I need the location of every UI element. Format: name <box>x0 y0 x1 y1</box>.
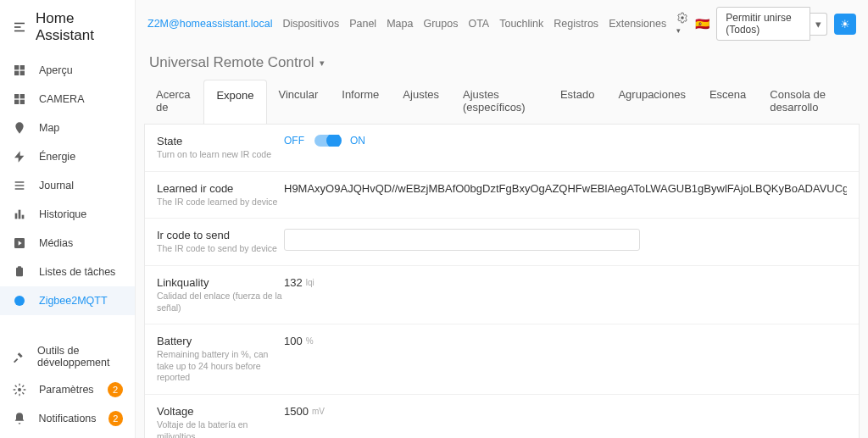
dashboard-icon <box>12 63 27 78</box>
battery-value: 100 <box>284 335 303 347</box>
svg-rect-8 <box>15 213 18 219</box>
battery-title: Battery <box>157 335 284 347</box>
sidebar-item-energie[interactable]: Énergie <box>0 142 135 171</box>
nav-dispositivos[interactable]: Dispositivos <box>282 18 339 30</box>
nav-panel[interactable]: Panel <box>349 18 376 30</box>
language-flag[interactable]: 🇪🇸 <box>695 17 709 30</box>
svg-rect-5 <box>20 94 25 98</box>
linkquality-desc: Calidad del enlace (fuerza de la señal) <box>157 291 284 313</box>
sidebar-item-zigbee2mqtt[interactable]: Zigbee2MQTT <box>0 286 135 315</box>
nav-mapa[interactable]: Mapa <box>387 18 413 30</box>
row-learned-ir: Learned ir code The IR code learned by d… <box>145 172 859 219</box>
svg-point-15 <box>18 388 21 391</box>
sidebar-item-label: Énergie <box>39 151 75 163</box>
svg-rect-9 <box>19 210 21 219</box>
sidebar-item-notifications[interactable]: Notifications 2 <box>0 404 135 433</box>
tab-estado[interactable]: Estado <box>548 80 606 124</box>
state-desc: Turn on to learn new IR code <box>157 149 284 161</box>
ir-send-input[interactable] <box>284 229 640 251</box>
sidebar-item-label: Notifications <box>38 413 96 424</box>
map-icon <box>12 120 27 136</box>
svg-point-14 <box>14 296 25 306</box>
nav-ota[interactable]: OTA <box>468 18 489 30</box>
nav-touchlink[interactable]: Touchlink <box>499 18 543 30</box>
sidebar-item-medias[interactable]: Médias <box>0 229 135 258</box>
list-icon <box>12 178 27 193</box>
sidebar-item-label: Zigbee2MQTT <box>39 295 108 307</box>
row-battery: Battery Remaining battery in %, can take… <box>145 324 859 395</box>
tab-ajustes-especificos[interactable]: Ajustes (específicos) <box>451 80 548 124</box>
state-off-label[interactable]: OFF <box>284 135 304 147</box>
permit-join-button[interactable]: Permitir unirse (Todos) <box>716 7 810 41</box>
sidebar-header: Home Assistant <box>0 0 135 56</box>
sidebar-bottom: Outils de développement Paramètres 2 Not… <box>0 338 135 438</box>
voltage-desc: Voltaje de la batería en milivoltios <box>157 419 284 438</box>
voltage-title: Voltage <box>157 405 284 418</box>
zigbee-icon <box>12 293 27 308</box>
ir-send-desc: The IR code to send by device <box>157 243 284 255</box>
permit-join-dropdown[interactable]: ▾ <box>810 13 827 36</box>
linkquality-value: 132 <box>284 276 303 289</box>
tab-agrupaciones[interactable]: Agrupaciones <box>606 80 698 124</box>
svg-point-16 <box>681 16 684 19</box>
row-voltage: Voltage Voltaje de la batería en milivol… <box>145 395 859 438</box>
sidebar-item-camera[interactable]: CAMERA <box>0 85 135 114</box>
device-title-row[interactable]: Universal Remote Control ▾ <box>136 47 868 80</box>
learned-ir-value: H9MAxyO9AJQHvQD//wEBzjMBAfO0bgDztFgBxyOg… <box>284 182 847 195</box>
tab-expone[interactable]: Expone <box>203 80 266 124</box>
sidebar-item-label: Outils de développement <box>37 345 123 369</box>
tab-acerca[interactable]: Acerca de <box>144 80 203 124</box>
state-on-label[interactable]: ON <box>350 135 365 147</box>
sidebar-item-historique[interactable]: Historique <box>0 200 135 229</box>
hammer-icon <box>12 349 25 364</box>
row-linkquality: Linkquality Calidad del enlace (fuerza d… <box>145 266 859 324</box>
battery-unit: % <box>306 336 314 346</box>
chart-icon <box>12 207 27 222</box>
tab-informe[interactable]: Informe <box>330 80 391 124</box>
settings-badge: 2 <box>108 382 123 397</box>
svg-rect-1 <box>20 65 25 69</box>
nav-grupos[interactable]: Grupos <box>423 18 458 30</box>
sidebar-item-settings[interactable]: Paramètres 2 <box>0 375 135 404</box>
sidebar-item-label: Listes de tâches <box>39 266 115 278</box>
row-ir-send: Ir code to send The IR code to send by d… <box>145 219 859 266</box>
state-toggle[interactable] <box>314 135 340 147</box>
sidebar-item-map[interactable]: Map <box>0 114 135 142</box>
sidebar-item-listes[interactable]: Listes de tâches <box>0 258 135 286</box>
topbar-nav: Dispositivos Panel Mapa Grupos OTA Touch… <box>282 18 666 30</box>
nav-registros[interactable]: Registros <box>554 18 598 30</box>
sidebar-item-devtools[interactable]: Outils de développement <box>0 338 135 375</box>
theme-toggle-button[interactable]: ☀ <box>834 14 856 35</box>
battery-desc: Remaining battery in %, can take up to 2… <box>157 349 284 384</box>
clipboard-icon <box>12 264 27 280</box>
learned-ir-desc: The IR code learned by device <box>157 197 284 208</box>
row-state: State Turn on to learn new IR code OFF O… <box>145 125 859 172</box>
tab-consola[interactable]: Consola de desarrollo <box>758 80 860 124</box>
settings-dropdown[interactable]: ▾ <box>676 12 688 36</box>
gear-icon <box>12 382 27 397</box>
nav-extensiones[interactable]: Extensiones <box>609 18 666 30</box>
tab-vincular[interactable]: Vincular <box>267 80 331 124</box>
device-name: Universal Remote Control <box>149 54 314 71</box>
grid-icon <box>12 91 27 107</box>
state-title: State <box>157 135 284 147</box>
voltage-value: 1500 <box>284 405 309 418</box>
menu-icon[interactable] <box>12 19 27 35</box>
sidebar-item-apercu[interactable]: Aperçu <box>0 56 135 85</box>
notifications-badge: 2 <box>108 411 123 426</box>
bolt-icon <box>12 149 27 164</box>
bell-icon <box>12 411 26 426</box>
tab-escena[interactable]: Escena <box>698 80 758 124</box>
sidebar-items: Aperçu CAMERA Map Énergie Journal Histor… <box>0 56 135 338</box>
svg-rect-12 <box>16 268 23 277</box>
svg-rect-6 <box>14 100 19 104</box>
svg-rect-4 <box>14 94 19 98</box>
tab-ajustes[interactable]: Ajustes <box>391 80 451 124</box>
linkquality-unit: lqi <box>306 278 314 287</box>
z2m-host-link[interactable]: Z2M@homeassistant.local <box>147 18 272 30</box>
svg-rect-0 <box>14 65 19 69</box>
sidebar-item-journal[interactable]: Journal <box>0 171 135 200</box>
voltage-unit: mV <box>312 407 325 416</box>
svg-rect-7 <box>20 100 25 104</box>
sidebar-item-label: Paramètres <box>39 384 94 396</box>
